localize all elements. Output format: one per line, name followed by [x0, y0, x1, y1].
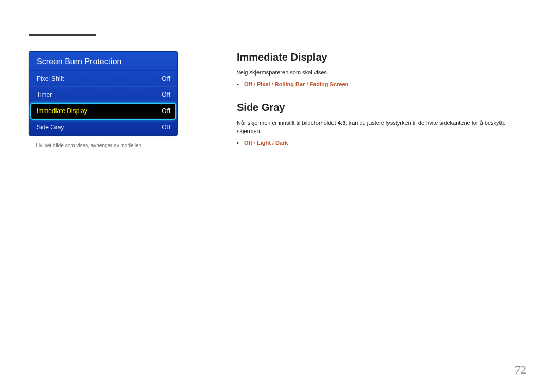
page-number: 72 — [515, 363, 526, 377]
osd-row-timer[interactable]: Timer Off — [29, 87, 177, 103]
section-body: Når skjermen er innstilt til bildeforhol… — [237, 119, 526, 136]
left-column: Screen Burn Protection Pixel Shift Off T… — [29, 51, 178, 160]
options-side-gray: Off/Light/Dark — [237, 140, 526, 146]
osd-row-immediate-display[interactable]: Immediate Display Off — [31, 104, 175, 119]
header-divider — [29, 35, 526, 35]
footnote-dash: ― — [29, 143, 34, 148]
osd-label: Timer — [36, 91, 52, 98]
osd-value: Off — [162, 91, 170, 98]
osd-value: Off — [162, 124, 170, 131]
right-column: Immediate Display Velg skjermspareren so… — [237, 51, 526, 160]
osd-title: Screen Burn Protection — [29, 52, 177, 71]
osd-row-pixel-shift[interactable]: Pixel Shift Off — [29, 71, 177, 87]
footnote: ―Hvilket bilde som vises, avhenger av mo… — [29, 143, 178, 148]
footnote-text: Hvilket bilde som vises, avhenger av mod… — [36, 143, 143, 148]
osd-row-side-gray[interactable]: Side Gray Off — [29, 120, 177, 135]
section-title-immediate-display: Immediate Display — [237, 51, 526, 63]
osd-label: Side Gray — [36, 124, 64, 131]
osd-value: Off — [162, 107, 170, 115]
aspect-ratio: 4:3 — [338, 120, 346, 126]
osd-label: Immediate Display — [36, 107, 87, 115]
options-immediate-display: Off/Pixel/Rolling Bar/Fading Screen — [237, 81, 526, 87]
osd-value: Off — [162, 75, 170, 82]
osd-panel: Screen Burn Protection Pixel Shift Off T… — [29, 51, 178, 136]
section-title-side-gray: Side Gray — [237, 102, 526, 114]
page-content: Screen Burn Protection Pixel Shift Off T… — [29, 51, 526, 160]
osd-label: Pixel Shift — [36, 75, 64, 82]
section-body: Velg skjermspareren som skal vises. — [237, 68, 526, 77]
